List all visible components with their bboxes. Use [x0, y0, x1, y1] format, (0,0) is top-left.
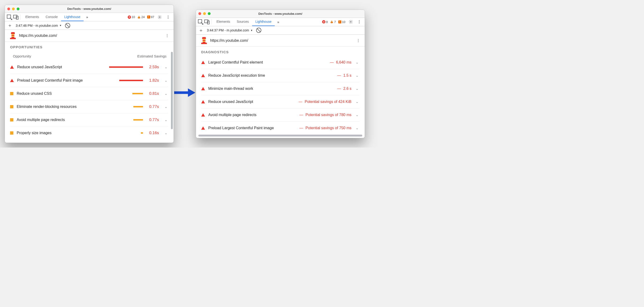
error-count[interactable]: ✕ 10: [128, 15, 135, 19]
warning-count-value: 24: [141, 15, 144, 19]
audit-metric-value: 6,640 ms: [336, 60, 352, 64]
audit-metric-value: 2.6 s: [343, 86, 352, 91]
zoom-icon[interactable]: [208, 12, 210, 15]
close-icon[interactable]: [198, 12, 201, 15]
more-tabs-icon[interactable]: »: [275, 20, 281, 24]
diagnostic-row[interactable]: Largest Contentful Paint element—6,640 m…: [201, 56, 360, 69]
kebab-menu-icon[interactable]: [165, 14, 171, 20]
opportunity-row[interactable]: Eliminate render-blocking resources0.77s…: [10, 100, 168, 113]
clear-icon[interactable]: [256, 28, 261, 33]
opportunity-list: Reduce unused JavaScript2.59s⌄Preload La…: [5, 60, 174, 143]
report-selector[interactable]: 3:47:46 PM - m.youtube.com ▼: [16, 24, 62, 27]
inspect-icon[interactable]: [6, 14, 12, 20]
settings-icon[interactable]: [156, 14, 163, 20]
opportunity-row[interactable]: Preload Largest Contentful Paint image1.…: [10, 74, 168, 87]
svg-point-17: [359, 21, 360, 22]
tab-sources[interactable]: Sources: [233, 18, 252, 26]
savings-value: 0.16s: [146, 131, 160, 135]
tab-elements[interactable]: Elements: [213, 18, 233, 26]
audit-title: Reduce unused JavaScript: [17, 65, 98, 69]
minimize-icon[interactable]: [12, 7, 15, 10]
lighthouse-toolbar: ＋ 3:47:46 PM - m.youtube.com ▼: [5, 21, 174, 30]
audit-metric: —Potential savings of 424 KiB: [299, 100, 352, 104]
chevron-down-icon[interactable]: ⌄: [355, 74, 360, 77]
audit-title: Minimize main-thread work: [208, 86, 334, 91]
device-toggle-icon[interactable]: [13, 14, 19, 20]
opportunity-row[interactable]: Reduce unused JavaScript2.59s⌄: [10, 60, 168, 74]
info-count[interactable]: 97: [147, 15, 154, 19]
warning-count[interactable]: 7: [330, 20, 336, 24]
window-title: DevTools - www.youtube.com/: [5, 7, 174, 10]
svg-point-9: [167, 36, 168, 37]
savings-bar: [133, 106, 143, 107]
diagnostic-row[interactable]: Avoid multiple page redirects—Potential …: [201, 108, 360, 121]
dash-icon: —: [337, 86, 341, 91]
report-selector-label: 3:47:46 PM - m.youtube.com: [16, 24, 58, 27]
section-heading: OPPORTUNITIES: [5, 42, 174, 51]
info-count[interactable]: 10: [338, 20, 345, 24]
opportunity-row[interactable]: Avoid multiple page redirects0.77s⌄: [10, 113, 168, 126]
diagnostic-row[interactable]: Minimize main-thread work—2.6 s⌄: [201, 82, 360, 95]
devtools-tabbar: Elements Console Lighthouse » ✕ 10 24 97: [5, 13, 174, 21]
svg-rect-2: [16, 16, 18, 19]
svg-point-7: [167, 34, 168, 35]
chevron-down-icon[interactable]: ⌄: [164, 65, 168, 69]
new-report-icon[interactable]: ＋: [7, 22, 12, 29]
zoom-icon[interactable]: [17, 7, 20, 10]
kebab-menu-icon[interactable]: [356, 19, 362, 25]
chevron-down-icon[interactable]: ⌄: [355, 126, 360, 130]
savings-bar-track: [101, 66, 143, 68]
severity-icon: [10, 105, 14, 108]
more-tabs-icon[interactable]: »: [84, 15, 90, 19]
lighthouse-toolbar: ＋ 3:44:37 PM - m.youtube.com ▼: [196, 26, 364, 35]
tab-lighthouse[interactable]: Lighthouse: [61, 13, 84, 21]
report-menu-icon[interactable]: [355, 37, 361, 44]
tab-elements[interactable]: Elements: [22, 13, 42, 21]
minimize-icon[interactable]: [203, 12, 206, 15]
chevron-down-icon[interactable]: ⌄: [355, 100, 360, 104]
scrollbar-thumb[interactable]: [171, 52, 173, 129]
chevron-down-icon[interactable]: ⌄: [164, 79, 168, 82]
new-report-icon[interactable]: ＋: [198, 27, 204, 33]
inspect-icon[interactable]: [198, 19, 204, 25]
diagnostic-row[interactable]: Preload Largest Contentful Paint image—P…: [201, 121, 360, 135]
svg-point-4: [168, 15, 168, 16]
diagnostic-row[interactable]: Reduce JavaScript execution time—1.5 s⌄: [201, 69, 360, 82]
chevron-down-icon[interactable]: ⌄: [164, 92, 168, 95]
chevron-down-icon[interactable]: ⌄: [164, 118, 168, 122]
tab-console[interactable]: Console: [42, 13, 61, 21]
svg-point-6: [168, 18, 168, 18]
diagnostic-row[interactable]: Reduce unused JavaScript—Potential savin…: [201, 95, 360, 108]
dropdown-caret-icon: ▼: [250, 29, 253, 32]
severity-icon: [201, 87, 205, 90]
close-icon[interactable]: [7, 7, 10, 10]
window-titlebar: DevTools - www.youtube.com/: [196, 10, 364, 18]
tab-lighthouse[interactable]: Lighthouse: [252, 18, 275, 26]
chevron-down-icon[interactable]: ⌄: [355, 60, 360, 64]
chevron-down-icon[interactable]: ⌄: [355, 87, 360, 90]
report-url-row: https://m.youtube.com/: [196, 35, 364, 47]
error-count[interactable]: ✕ 8: [322, 20, 328, 24]
svg-point-8: [167, 35, 168, 36]
device-toggle-icon[interactable]: [204, 19, 210, 25]
audit-metric: —6,640 ms: [330, 60, 352, 64]
opportunity-row[interactable]: Reduce unused CSS0.81s⌄: [10, 87, 168, 100]
col-opportunity: Opportunity: [13, 54, 31, 58]
report-menu-icon[interactable]: [164, 33, 170, 39]
report-selector[interactable]: 3:44:37 PM - m.youtube.com ▼: [207, 28, 253, 32]
dropdown-caret-icon: ▼: [60, 24, 62, 27]
audit-metric-value: Potential savings of 424 KiB: [305, 100, 352, 104]
settings-icon[interactable]: [348, 19, 354, 25]
clear-icon[interactable]: [65, 23, 70, 28]
col-savings: Estimated Savings: [137, 54, 166, 58]
chevron-down-icon[interactable]: ⌄: [355, 113, 360, 117]
lighthouse-logo-icon: [201, 37, 207, 44]
devtools-window-right: DevTools - www.youtube.com/ Elements Sou…: [196, 9, 365, 138]
opportunity-row[interactable]: Properly size images0.16s⌄: [10, 126, 168, 139]
chevron-down-icon[interactable]: ⌄: [164, 105, 168, 109]
warning-count[interactable]: 24: [137, 15, 144, 19]
chevron-down-icon[interactable]: ⌄: [164, 131, 168, 135]
audit-title: Preload Largest Contentful Paint image: [17, 78, 98, 82]
savings-value: 0.81s: [146, 91, 160, 96]
scrollbar-thumb-horizontal[interactable]: [198, 135, 362, 136]
